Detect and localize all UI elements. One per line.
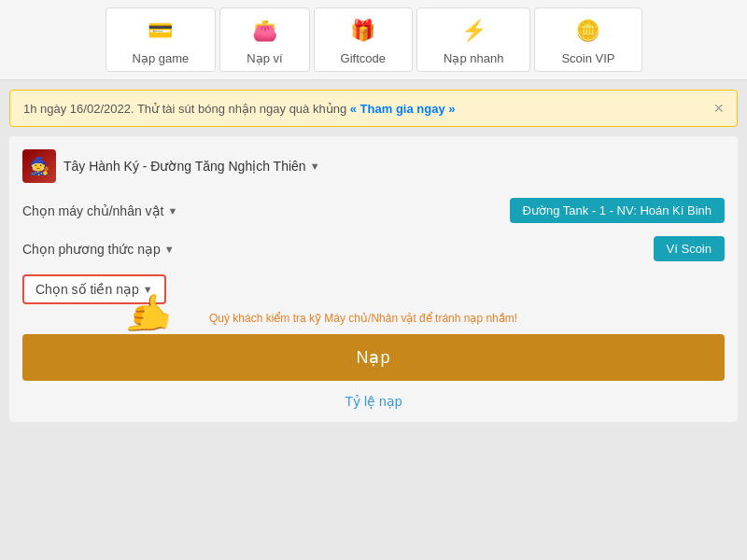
amount-dropdown[interactable]: Chọn số tiền nạp ▼	[22, 274, 166, 304]
server-field-label: Chọn máy chủ/nhân vật	[22, 203, 164, 218]
nap-nhanh-icon: ⚡	[457, 14, 490, 48]
banner-text: 1h ngày 16/02/2022. Thử tài sút bóng nhậ…	[23, 102, 455, 116]
top-navigation: 💳 Nạp game 👛 Nạp ví 🎁 Giftcode ⚡ Nạp nha…	[0, 0, 747, 80]
ty-le-link[interactable]: Tỷ lệ nạp	[345, 394, 402, 409]
amount-field-row: Chọn số tiền nạp ▼ 🤙	[22, 274, 725, 304]
banner-link[interactable]: « Tham gia ngay »	[350, 102, 456, 116]
nap-game-icon: 💳	[144, 14, 177, 48]
server-dropdown-arrow: ▼	[168, 205, 178, 217]
ty-le-row: Tỷ lệ nạp	[22, 394, 725, 409]
payment-field-row: Chọn phương thức nạp ▼ Ví Scoin	[22, 236, 725, 261]
server-field-row: Chọn máy chủ/nhân vật ▼ Đường Tank - 1 -…	[22, 198, 725, 223]
nav-giftcode-label: Giftcode	[341, 51, 386, 65]
nav-nap-game[interactable]: 💳 Nạp game	[106, 7, 217, 72]
nav-giftcode[interactable]: 🎁 Giftcode	[314, 7, 413, 72]
warning-text: Quý khách kiểm tra kỹ Máy chủ/Nhân vật đ…	[209, 312, 517, 325]
nav-nap-vi-label: Nạp ví	[247, 51, 282, 65]
scoin-vip-icon: 🪙	[571, 14, 605, 48]
game-selector-dropdown[interactable]: Tây Hành Ký - Đường Tăng Nghịch Thiên ▼	[63, 159, 320, 174]
warning-row: Quý khách kiểm tra kỹ Máy chủ/Nhân vật đ…	[22, 312, 725, 325]
amount-dropdown-arrow: ▼	[143, 284, 153, 295]
nav-scoin-vip[interactable]: 🪙 Scoin VIP	[534, 7, 641, 72]
nap-button[interactable]: Nạp	[22, 334, 725, 381]
payment-value-badge: Ví Scoin	[654, 236, 725, 261]
payment-dropdown[interactable]: Chọn phương thức nạp ▼	[22, 242, 175, 257]
amount-wrapper: Chọn số tiền nạp ▼ 🤙	[22, 274, 166, 304]
promo-banner: 1h ngày 16/02/2022. Thử tài sút bóng nhậ…	[9, 90, 738, 127]
nav-nap-game-label: Nạp game	[133, 51, 190, 65]
game-name-label: Tây Hành Ký - Đường Tăng Nghịch Thiên	[63, 159, 306, 174]
main-card: 🧙 Tây Hành Ký - Đường Tăng Nghịch Thiên …	[9, 136, 738, 422]
server-dropdown[interactable]: Chọn máy chủ/nhân vật ▼	[22, 203, 177, 218]
game-avatar: 🧙	[22, 149, 56, 183]
amount-field-label: Chọn số tiền nạp	[35, 282, 139, 297]
game-selector-row: 🧙 Tây Hành Ký - Đường Tăng Nghịch Thiên …	[22, 149, 725, 183]
giftcode-icon: 🎁	[346, 14, 380, 48]
server-value-badge: Đường Tank - 1 - NV: Hoán Kí Binh	[510, 198, 725, 223]
nav-nap-nhanh[interactable]: ⚡ Nạp nhanh	[416, 7, 530, 72]
nav-nap-nhanh-label: Nạp nhanh	[444, 51, 503, 65]
game-dropdown-arrow: ▼	[310, 161, 320, 172]
nav-nap-vi[interactable]: 👛 Nạp ví	[219, 7, 309, 72]
payment-dropdown-arrow: ▼	[164, 244, 175, 255]
payment-field-label: Chọn phương thức nạp	[22, 242, 161, 257]
nav-scoin-vip-label: Scoin VIP	[561, 51, 614, 65]
nap-vi-icon: 👛	[247, 14, 281, 48]
banner-close-button[interactable]: ×	[713, 100, 724, 117]
